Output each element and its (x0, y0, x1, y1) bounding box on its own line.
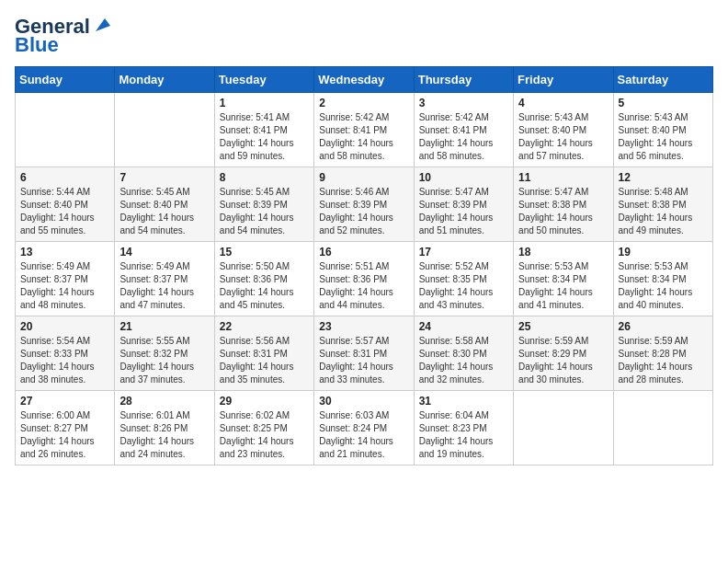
day-info: Sunrise: 5:49 AM Sunset: 8:37 PM Dayligh… (119, 260, 209, 312)
day-info: Sunrise: 5:54 AM Sunset: 8:33 PM Dayligh… (20, 335, 109, 386)
calendar-cell: 1Sunrise: 5:41 AM Sunset: 8:41 PM Daylig… (214, 93, 313, 167)
logo-blue: Blue (15, 33, 59, 57)
weekday-header: Wednesday (314, 67, 414, 93)
day-number: 11 (518, 171, 608, 184)
day-info: Sunrise: 5:50 AM Sunset: 8:36 PM Dayligh… (220, 260, 309, 312)
day-number: 3 (419, 97, 508, 109)
day-number: 12 (619, 171, 708, 184)
day-info: Sunrise: 5:53 AM Sunset: 8:34 PM Dayligh… (518, 260, 608, 312)
day-info: Sunrise: 6:03 AM Sunset: 8:24 PM Dayligh… (319, 409, 408, 461)
weekday-header: Thursday (414, 67, 513, 93)
calendar-cell: 21Sunrise: 5:55 AM Sunset: 8:32 PM Dayli… (115, 316, 214, 391)
day-info: Sunrise: 5:44 AM Sunset: 8:40 PM Dayligh… (20, 186, 109, 237)
weekday-header: Tuesday (214, 67, 313, 93)
day-info: Sunrise: 5:56 AM Sunset: 8:31 PM Dayligh… (220, 335, 309, 386)
day-info: Sunrise: 5:48 AM Sunset: 8:38 PM Dayligh… (619, 186, 708, 237)
day-info: Sunrise: 5:43 AM Sunset: 8:40 PM Dayligh… (518, 111, 608, 163)
day-info: Sunrise: 5:57 AM Sunset: 8:31 PM Dayligh… (319, 335, 408, 386)
calendar-cell: 25Sunrise: 5:59 AM Sunset: 8:29 PM Dayli… (514, 316, 613, 391)
day-info: Sunrise: 6:00 AM Sunset: 8:27 PM Dayligh… (20, 409, 109, 461)
day-info: Sunrise: 5:47 AM Sunset: 8:39 PM Dayligh… (419, 186, 508, 237)
calendar-cell: 3Sunrise: 5:42 AM Sunset: 8:41 PM Daylig… (414, 93, 513, 167)
day-info: Sunrise: 5:53 AM Sunset: 8:34 PM Dayligh… (619, 260, 708, 312)
day-info: Sunrise: 5:52 AM Sunset: 8:35 PM Dayligh… (419, 260, 508, 312)
page-header: General Blue (15, 15, 713, 57)
calendar-week-row: 6Sunrise: 5:44 AM Sunset: 8:40 PM Daylig… (16, 167, 713, 242)
day-number: 9 (319, 171, 408, 184)
day-number: 27 (20, 395, 109, 408)
day-info: Sunrise: 5:41 AM Sunset: 8:41 PM Dayligh… (220, 111, 309, 163)
day-number: 26 (619, 320, 708, 333)
calendar-header-row: SundayMondayTuesdayWednesdayThursdayFrid… (16, 67, 713, 93)
day-info: Sunrise: 5:59 AM Sunset: 8:29 PM Dayligh… (518, 335, 608, 386)
day-number: 29 (220, 395, 309, 408)
day-number: 20 (20, 320, 109, 333)
calendar-cell: 31Sunrise: 6:04 AM Sunset: 8:23 PM Dayli… (414, 391, 513, 465)
day-number: 17 (419, 246, 508, 259)
calendar-cell: 20Sunrise: 5:54 AM Sunset: 8:33 PM Dayli… (16, 316, 115, 391)
calendar-cell (115, 93, 214, 167)
day-number: 4 (518, 97, 608, 109)
day-number: 24 (419, 320, 508, 333)
calendar-cell: 11Sunrise: 5:47 AM Sunset: 8:38 PM Dayli… (514, 167, 613, 242)
calendar-cell (613, 391, 712, 465)
calendar-cell (514, 391, 613, 465)
weekday-header: Monday (115, 67, 214, 93)
calendar-cell: 17Sunrise: 5:52 AM Sunset: 8:35 PM Dayli… (414, 242, 513, 316)
calendar-cell: 19Sunrise: 5:53 AM Sunset: 8:34 PM Dayli… (613, 242, 712, 316)
calendar-cell: 28Sunrise: 6:01 AM Sunset: 8:26 PM Dayli… (115, 391, 214, 465)
day-number: 23 (319, 320, 408, 333)
calendar-cell (16, 93, 115, 167)
day-number: 31 (419, 395, 508, 408)
svg-marker-0 (96, 18, 110, 31)
calendar-cell: 12Sunrise: 5:48 AM Sunset: 8:38 PM Dayli… (613, 167, 712, 242)
day-info: Sunrise: 6:04 AM Sunset: 8:23 PM Dayligh… (419, 409, 508, 461)
day-number: 8 (220, 171, 309, 184)
weekday-header: Sunday (16, 67, 115, 93)
day-info: Sunrise: 5:45 AM Sunset: 8:39 PM Dayligh… (220, 186, 309, 237)
day-info: Sunrise: 6:02 AM Sunset: 8:25 PM Dayligh… (220, 409, 309, 461)
calendar-week-row: 1Sunrise: 5:41 AM Sunset: 8:41 PM Daylig… (16, 93, 713, 167)
day-number: 1 (220, 97, 309, 109)
day-info: Sunrise: 5:42 AM Sunset: 8:41 PM Dayligh… (319, 111, 408, 163)
day-info: Sunrise: 5:47 AM Sunset: 8:38 PM Dayligh… (518, 186, 608, 237)
calendar-cell: 16Sunrise: 5:51 AM Sunset: 8:36 PM Dayli… (314, 242, 414, 316)
day-number: 19 (619, 246, 708, 259)
calendar-cell: 5Sunrise: 5:43 AM Sunset: 8:40 PM Daylig… (613, 93, 712, 167)
logo-icon (92, 15, 112, 35)
day-info: Sunrise: 6:01 AM Sunset: 8:26 PM Dayligh… (119, 409, 209, 461)
calendar-cell: 8Sunrise: 5:45 AM Sunset: 8:39 PM Daylig… (214, 167, 313, 242)
weekday-header: Saturday (613, 67, 712, 93)
day-info: Sunrise: 5:45 AM Sunset: 8:40 PM Dayligh… (119, 186, 209, 237)
calendar-cell: 6Sunrise: 5:44 AM Sunset: 8:40 PM Daylig… (16, 167, 115, 242)
calendar-table: SundayMondayTuesdayWednesdayThursdayFrid… (15, 66, 713, 465)
day-info: Sunrise: 5:43 AM Sunset: 8:40 PM Dayligh… (619, 111, 708, 163)
calendar-cell: 4Sunrise: 5:43 AM Sunset: 8:40 PM Daylig… (514, 93, 613, 167)
day-number: 6 (20, 171, 109, 184)
calendar-cell: 2Sunrise: 5:42 AM Sunset: 8:41 PM Daylig… (314, 93, 414, 167)
day-info: Sunrise: 5:51 AM Sunset: 8:36 PM Dayligh… (319, 260, 408, 312)
calendar-cell: 24Sunrise: 5:58 AM Sunset: 8:30 PM Dayli… (414, 316, 513, 391)
day-info: Sunrise: 5:55 AM Sunset: 8:32 PM Dayligh… (119, 335, 209, 386)
calendar-week-row: 13Sunrise: 5:49 AM Sunset: 8:37 PM Dayli… (16, 242, 713, 316)
calendar-cell: 7Sunrise: 5:45 AM Sunset: 8:40 PM Daylig… (115, 167, 214, 242)
calendar-cell: 9Sunrise: 5:46 AM Sunset: 8:39 PM Daylig… (314, 167, 414, 242)
day-number: 7 (119, 171, 209, 184)
calendar-cell: 26Sunrise: 5:59 AM Sunset: 8:28 PM Dayli… (613, 316, 712, 391)
day-number: 30 (319, 395, 408, 408)
calendar-week-row: 27Sunrise: 6:00 AM Sunset: 8:27 PM Dayli… (16, 391, 713, 465)
calendar-cell: 23Sunrise: 5:57 AM Sunset: 8:31 PM Dayli… (314, 316, 414, 391)
day-number: 2 (319, 97, 408, 109)
calendar-cell: 29Sunrise: 6:02 AM Sunset: 8:25 PM Dayli… (214, 391, 313, 465)
day-number: 10 (419, 171, 508, 184)
day-info: Sunrise: 5:59 AM Sunset: 8:28 PM Dayligh… (619, 335, 708, 386)
day-number: 28 (119, 395, 209, 408)
day-number: 22 (220, 320, 309, 333)
calendar-cell: 30Sunrise: 6:03 AM Sunset: 8:24 PM Dayli… (314, 391, 414, 465)
day-number: 25 (518, 320, 608, 333)
day-number: 14 (119, 246, 209, 259)
calendar-cell: 27Sunrise: 6:00 AM Sunset: 8:27 PM Dayli… (16, 391, 115, 465)
calendar-cell: 18Sunrise: 5:53 AM Sunset: 8:34 PM Dayli… (514, 242, 613, 316)
day-number: 21 (119, 320, 209, 333)
day-info: Sunrise: 5:46 AM Sunset: 8:39 PM Dayligh… (319, 186, 408, 237)
